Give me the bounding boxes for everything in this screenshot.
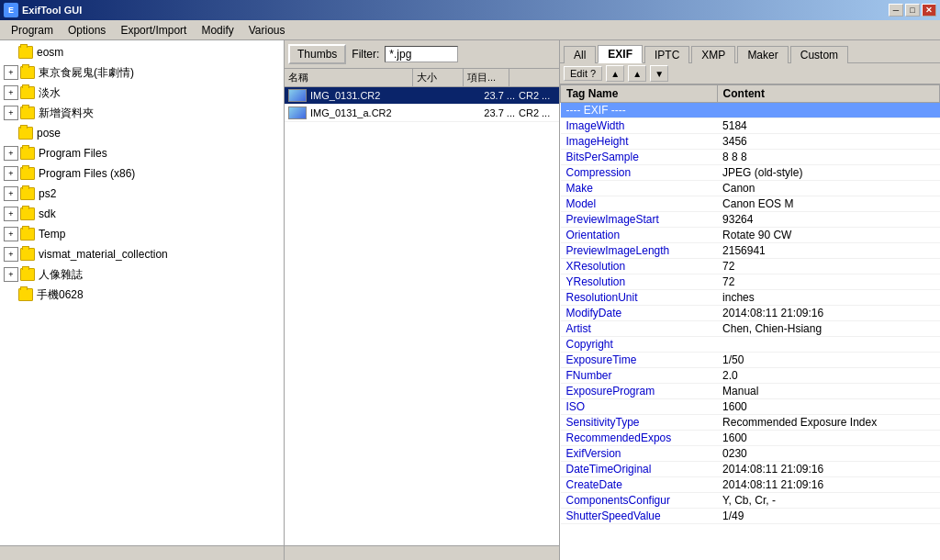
sort-arrow-button[interactable]: ▼ <box>650 65 668 82</box>
tree-label: sdk <box>39 206 56 222</box>
filter-input[interactable] <box>385 46 458 62</box>
col-size[interactable]: 大小 <box>413 69 464 86</box>
tree-label: 人像雜誌 <box>39 266 83 283</box>
tab-maker[interactable]: Maker <box>737 46 788 63</box>
maximize-button[interactable]: □ <box>905 4 920 17</box>
tree-item[interactable]: +vismat_material_collection <box>2 244 282 264</box>
tree-item[interactable]: +ps2 <box>2 184 282 204</box>
exif-tag: ISO <box>561 399 718 415</box>
exif-tag: Model <box>561 196 718 212</box>
menu-export-import[interactable]: Export/Import <box>113 22 194 39</box>
exif-tag: Compression <box>561 165 718 181</box>
table-row: ComponentsConfigurY, Cb, Cr, - <box>561 493 940 509</box>
tree-item[interactable]: eosm <box>2 42 282 62</box>
thumbs-button[interactable]: Thumbs <box>288 44 346 64</box>
folder-icon <box>20 187 35 200</box>
tree-expander[interactable]: + <box>4 65 18 80</box>
window-controls: ─ □ ✕ <box>889 4 936 17</box>
folder-icon <box>18 46 33 59</box>
down-arrow-button[interactable]: ▲ <box>628 65 646 82</box>
filter-label: Filter: <box>352 48 379 61</box>
exif-content <box>717 103 939 118</box>
exif-content: 3456 <box>717 134 939 150</box>
menu-bar: Program Options Export/Import Modify Var… <box>0 20 940 40</box>
table-row: ExifVersion0230 <box>561 446 940 462</box>
tree-expander[interactable]: + <box>4 146 18 161</box>
up-arrow-button[interactable]: ▲ <box>606 65 624 82</box>
tree-item[interactable]: +淡水 <box>2 83 282 103</box>
exif-tag: RecommendedExpos <box>561 431 718 446</box>
menu-various[interactable]: Various <box>241 22 293 39</box>
exif-tag: FNumber <box>561 368 718 384</box>
table-row: FNumber2.0 <box>561 368 940 384</box>
tree-label: 手機0628 <box>37 286 84 303</box>
table-row: SensitivityTypeRecommended Exposure Inde… <box>561 415 940 431</box>
tree-expander[interactable]: + <box>4 166 18 181</box>
tree-item[interactable]: +Program Files (x86) <box>2 163 282 184</box>
table-row: BitsPerSample8 8 8 <box>561 150 940 165</box>
file-row[interactable]: IMG_0131.CR223.7 ...CR2 ... <box>285 87 559 105</box>
tab-xmp[interactable]: XMP <box>691 46 735 63</box>
tree-label: Temp <box>39 226 65 242</box>
tab-all[interactable]: All <box>564 46 596 63</box>
edit-button[interactable]: Edit ? <box>564 66 602 81</box>
tree-item[interactable]: 手機0628 <box>2 285 282 305</box>
horizontal-scrollbar[interactable] <box>0 545 284 560</box>
tree-expander[interactable]: + <box>4 227 18 241</box>
tree-expander[interactable]: + <box>4 267 18 282</box>
tree-item[interactable]: +新增資料夾 <box>2 103 282 123</box>
table-row: PreviewImageStart93264 <box>561 212 940 228</box>
file-thumbnail <box>288 106 307 119</box>
exif-tag: PreviewImageStart <box>561 212 718 228</box>
tree-expander[interactable]: + <box>4 186 18 201</box>
table-row: ExposureProgramManual <box>561 384 940 399</box>
tree-item[interactable]: +sdk <box>2 204 282 224</box>
tree-expander[interactable]: + <box>4 247 18 262</box>
col-type[interactable]: 項目... <box>464 69 509 86</box>
tree-label: 淡水 <box>39 84 61 101</box>
exif-content: Y, Cb, Cr, - <box>717 493 939 509</box>
exif-tag: DateTimeOriginal <box>561 462 718 477</box>
file-size: 23.7 ... <box>473 90 519 101</box>
tree-item[interactable]: pose <box>2 123 282 143</box>
table-row: Copyright <box>561 337 940 353</box>
exif-tag: Orientation <box>561 228 718 243</box>
table-row: XResolution72 <box>561 259 940 274</box>
tree-expander[interactable]: + <box>4 106 18 120</box>
file-tree[interactable]: eosm+東京食屍鬼(非劇情)+淡水+新增資料夾pose+Program Fil… <box>0 40 284 545</box>
menu-program[interactable]: Program <box>4 22 61 39</box>
tree-label: 東京食屍鬼(非劇情) <box>39 64 134 81</box>
menu-modify[interactable]: Modify <box>194 22 241 39</box>
exif-tag: ComponentsConfigur <box>561 493 718 509</box>
tree-item[interactable]: +Program Files <box>2 143 282 163</box>
tree-expander[interactable]: + <box>4 207 18 221</box>
tree-expander[interactable]: + <box>4 85 18 100</box>
exif-tag: ExposureTime <box>561 353 718 368</box>
file-name: IMG_0131.CR2 <box>310 90 473 101</box>
minimize-button[interactable]: ─ <box>889 4 903 17</box>
col-name[interactable]: 名稱 <box>285 69 413 86</box>
file-thumbnail <box>288 89 307 102</box>
exif-content: Chen, Chien-Hsiang <box>717 321 939 337</box>
folder-icon <box>20 167 35 180</box>
close-button[interactable]: ✕ <box>922 4 936 17</box>
exif-tag: Copyright <box>561 337 718 353</box>
tree-item[interactable]: +Temp <box>2 224 282 244</box>
tab-custom[interactable]: Custom <box>790 46 848 63</box>
folder-icon <box>20 248 35 261</box>
exif-tag: ShutterSpeedValue <box>561 509 718 524</box>
menu-options[interactable]: Options <box>61 22 113 39</box>
folder-icon <box>20 207 35 220</box>
file-row[interactable]: IMG_0131_a.CR223.7 ...CR2 ... <box>285 105 559 122</box>
exif-content: 2014:08:11 21:09:16 <box>717 306 939 321</box>
tree-label: Program Files (x86) <box>39 165 135 182</box>
tab-exif[interactable]: EXIF <box>598 45 643 63</box>
window-title: ExifTool GUI <box>22 5 889 16</box>
exif-tag: BitsPerSample <box>561 150 718 165</box>
exif-table-container[interactable]: Tag Name Content ---- EXIF ----ImageWidt… <box>560 84 940 560</box>
tree-item[interactable]: +東京食屍鬼(非劇情) <box>2 62 282 83</box>
tree-item[interactable]: +人像雜誌 <box>2 264 282 285</box>
file-list-scrollbar[interactable] <box>285 545 559 560</box>
tab-iptc[interactable]: IPTC <box>644 46 689 63</box>
table-row: ResolutionUnitinches <box>561 290 940 306</box>
